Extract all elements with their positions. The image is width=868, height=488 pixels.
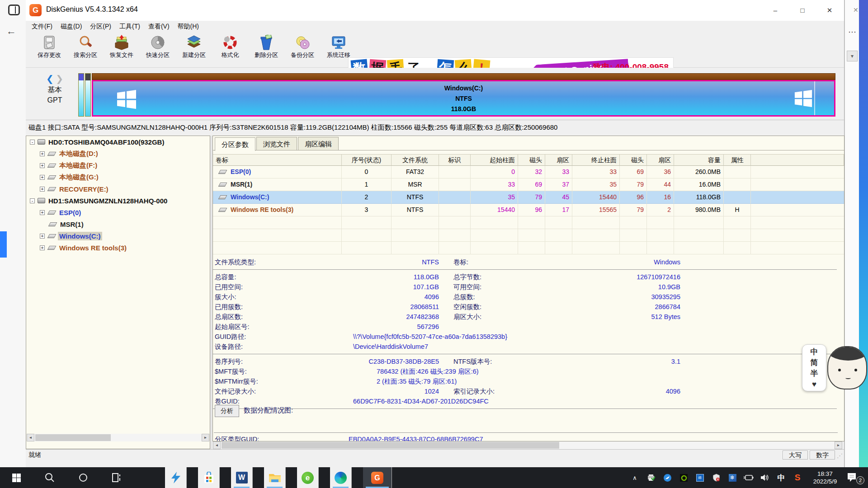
next-disk-icon[interactable]: ❯ xyxy=(56,74,63,84)
bg-close-icon[interactable]: ✕ xyxy=(853,6,859,14)
format-button[interactable]: 格式化 xyxy=(212,34,248,66)
scroll-left-icon[interactable]: ◄ xyxy=(213,441,221,449)
menu-partition[interactable]: 分区(P) xyxy=(86,21,115,32)
power-tray-icon[interactable] xyxy=(741,467,757,488)
snowflake-tray-icon[interactable]: ❄ xyxy=(724,467,741,488)
ime-mode-halfwidth[interactable]: 半 xyxy=(802,368,826,379)
quick-partition-button[interactable]: 快速分区 xyxy=(140,34,176,66)
dropdown-icon[interactable]: ▾ xyxy=(847,51,858,61)
bird-tray-icon[interactable] xyxy=(659,467,675,488)
word-icon: W xyxy=(236,472,248,483)
esp-type-band xyxy=(79,74,84,80)
ime-toolbar[interactable]: 中 简 半 ♥ xyxy=(802,344,826,391)
expand-icon[interactable]: + xyxy=(40,151,45,156)
printer-tray-icon[interactable] xyxy=(643,467,659,488)
save-changes-button[interactable]: 保存更改 xyxy=(31,34,67,66)
sogou-icon[interactable]: S xyxy=(789,467,806,488)
back-arrow-icon[interactable]: ← xyxy=(6,25,16,37)
expand-icon[interactable]: + xyxy=(40,187,45,192)
more-icon[interactable]: ⋯ xyxy=(848,27,856,37)
collapse-icon[interactable]: - xyxy=(30,198,35,203)
intel-tray-icon[interactable]: i8 xyxy=(692,467,708,488)
expand-icon[interactable]: + xyxy=(40,234,45,239)
ime-mode-cn[interactable]: 中 xyxy=(802,347,826,357)
maximize-button[interactable]: □ xyxy=(789,0,816,21)
collapse-icon[interactable]: - xyxy=(30,140,35,145)
scroll-left-icon[interactable]: ◄ xyxy=(27,434,34,441)
recover-files-button[interactable]: 恢复文件 xyxy=(104,34,140,66)
ime-float-widget[interactable]: 中 简 半 ♥ xyxy=(800,343,868,394)
taskbar-diskgenius-app[interactable]: G xyxy=(363,467,392,488)
tree-item-local-f[interactable]: + 本地磁盘(F:) xyxy=(26,160,210,171)
tree-item-hd0[interactable]: - HD0:TOSHIBAMQ04ABF100(932GB) xyxy=(26,136,210,148)
taskbar-360browser-app[interactable]: e xyxy=(297,467,319,488)
tab-sector-edit[interactable]: 扇区编辑 xyxy=(298,137,339,150)
tree-item-windows-re[interactable]: + Windows RE tools(3) xyxy=(26,242,210,253)
expand-icon[interactable]: + xyxy=(40,163,45,168)
tree-item-windows-c[interactable]: + Windows(C:) xyxy=(26,230,210,242)
notification-center-button[interactable]: 2 xyxy=(844,467,868,488)
expand-icon[interactable]: + xyxy=(40,175,45,180)
volume-icon[interactable] xyxy=(757,467,773,488)
taskbar-flash-app[interactable] xyxy=(165,467,187,488)
table-row-esp[interactable]: ESP(0) 0 FAT32 0 32 33 33 69 36 260.0MB xyxy=(213,166,844,178)
taskbar-search-button[interactable] xyxy=(39,467,61,488)
scroll-thumb[interactable] xyxy=(222,442,559,449)
delete-partition-button[interactable]: 删除分区 xyxy=(248,34,284,66)
new-partition-button[interactable]: 新建分区 xyxy=(176,34,212,66)
security-shield-icon[interactable] xyxy=(708,467,724,488)
tree-item-recovery-e[interactable]: + RECOVERY(E:) xyxy=(26,183,210,195)
tree-horizontal-scrollbar[interactable]: ◄ ► xyxy=(27,434,209,441)
taskbar-edge-app[interactable] xyxy=(330,467,352,488)
expand-icon[interactable]: + xyxy=(40,210,45,215)
tree-item-hd1[interactable]: - HD1:SAMSUNGMZNLN128HAHQ-000 xyxy=(26,195,210,206)
tray-expand-icon[interactable]: ∧ xyxy=(627,467,643,488)
analyze-button[interactable]: 分析 xyxy=(215,405,239,417)
tree-item-local-g[interactable]: + 本地磁盘(G:) xyxy=(26,171,210,183)
partition-detail-pane: 分区参数 浏览文件 扇区编辑 卷标 序号(状态) 文件系统 标识 起始柱面 磁头… xyxy=(212,136,844,441)
table-row-windows-re[interactable]: Windows RE tools(3) 3 NTFS 15440 96 17 1… xyxy=(213,204,844,216)
tab-partition-params[interactable]: 分区参数 xyxy=(215,137,255,151)
tree-item-esp[interactable]: + ESP(0) xyxy=(26,206,210,218)
tree-item-msr[interactable]: MSR(1) xyxy=(26,218,210,230)
menu-file[interactable]: 文件(F) xyxy=(28,21,57,32)
table-row-empty xyxy=(213,216,844,229)
taskbar-explorer-app[interactable] xyxy=(264,467,286,488)
tree-item-local-d[interactable]: + 本地磁盘(D:) xyxy=(26,148,210,160)
minimize-button[interactable]: – xyxy=(762,0,789,21)
msr-partition-strip[interactable] xyxy=(85,73,91,117)
tab-browse-files[interactable]: 浏览文件 xyxy=(256,137,297,150)
table-row-windows-c[interactable]: Windows(C:) 2 NTFS 35 79 45 15440 96 16 … xyxy=(213,191,844,204)
cortana-button[interactable] xyxy=(72,467,94,488)
task-view-button[interactable] xyxy=(106,467,127,488)
folder-icon xyxy=(269,472,281,483)
backup-partition-button[interactable]: 备份分区 xyxy=(284,34,321,66)
nvidia-tray-icon[interactable] xyxy=(675,467,692,488)
search-partition-button[interactable]: 搜索分区 xyxy=(67,34,104,66)
table-row-msr[interactable]: MSR(1) 1 MSR 33 69 37 35 79 44 16.0MB xyxy=(213,178,844,191)
resize-grip[interactable]: ⋰ xyxy=(837,452,843,459)
ime-mode-simplified[interactable]: 简 xyxy=(802,357,826,368)
taskbar-clock[interactable]: 18:37 2022/5/9 xyxy=(806,470,844,485)
360-browser-icon: e xyxy=(302,472,314,484)
menu-disk[interactable]: 磁盘(D) xyxy=(57,21,86,32)
expand-icon[interactable]: + xyxy=(40,245,45,250)
windows-c-partition-box[interactable]: Windows(C:) NTFS 118.0GB xyxy=(92,80,835,117)
pane-horizontal-scrollbar[interactable]: ◄ ► xyxy=(213,441,842,449)
menu-view[interactable]: 查看(V) xyxy=(144,21,174,32)
menu-tools[interactable]: 工具(T) xyxy=(115,21,144,32)
disk-icon xyxy=(38,198,45,203)
table-row-empty xyxy=(213,229,844,242)
start-button[interactable] xyxy=(5,467,27,488)
ime-indicator[interactable]: 中 xyxy=(773,467,789,488)
menu-help[interactable]: 帮助(H) xyxy=(174,21,203,32)
heart-icon[interactable]: ♥ xyxy=(802,379,826,390)
scroll-right-icon[interactable]: ► xyxy=(835,441,842,449)
scroll-right-icon[interactable]: ► xyxy=(202,434,209,441)
taskbar-word-app[interactable]: W xyxy=(231,467,253,488)
taskbar-store-app[interactable] xyxy=(198,467,220,488)
esp-partition-strip[interactable] xyxy=(78,73,84,117)
prev-disk-icon[interactable]: ❮ xyxy=(46,74,54,84)
scroll-thumb[interactable] xyxy=(35,434,111,441)
close-button[interactable]: ✕ xyxy=(816,0,843,21)
